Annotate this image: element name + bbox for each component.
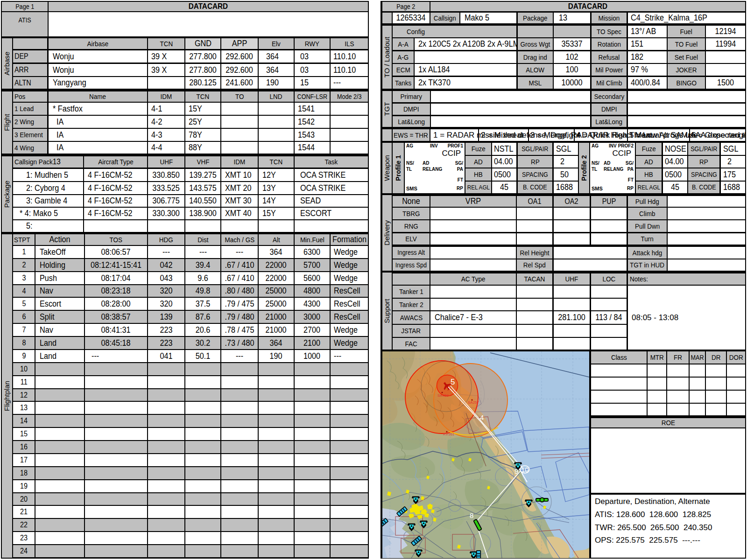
svg-text:RV161: RV161 <box>443 432 455 436</box>
svg-text:5: 5 <box>451 378 455 386</box>
svg-text:SA257: SA257 <box>468 400 479 405</box>
svg-text:8: 8 <box>470 511 473 519</box>
svg-text:SA459: SA459 <box>437 393 449 398</box>
svg-text:10: 10 <box>521 466 529 474</box>
svg-text:4: 4 <box>480 413 484 421</box>
